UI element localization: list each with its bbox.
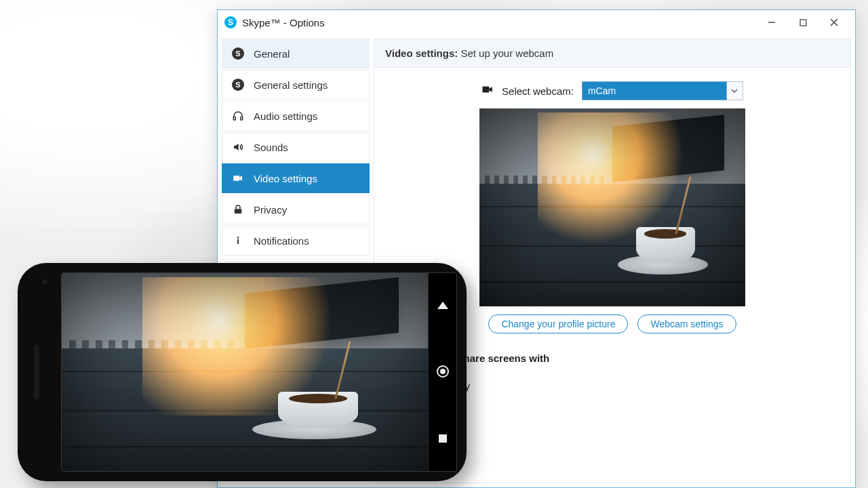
skype-icon: S: [232, 47, 244, 60]
svg-rect-3: [233, 176, 239, 181]
sidebar-group-general[interactable]: S General: [222, 39, 370, 68]
change-profile-picture-button[interactable]: Change your profile picture: [488, 314, 628, 333]
minimize-button[interactable]: [756, 12, 787, 33]
panel-header-rest: Set up your webcam: [458, 47, 553, 59]
phone-shutter-button[interactable]: [437, 365, 449, 378]
select-webcam-label: Select webcam:: [502, 85, 574, 97]
sidebar-item-sounds[interactable]: Sounds: [222, 132, 370, 162]
sidebar-group-label: General: [254, 48, 290, 60]
skype-icon: S: [224, 16, 237, 28]
sidebar-item-label: Video settings: [254, 173, 317, 184]
speaker-icon: [232, 141, 244, 153]
sidebar-item-audio-settings[interactable]: Audio settings: [222, 101, 370, 131]
chevron-down-icon[interactable]: [727, 81, 743, 100]
sidebar-item-label: Notifications: [254, 235, 309, 247]
svg-rect-0: [800, 20, 806, 26]
webcam-select-value: mCam: [582, 81, 727, 100]
sidebar-item-notifications[interactable]: Notifications: [222, 226, 370, 256]
lock-icon: [232, 203, 244, 216]
phone-camera-preview: [62, 273, 428, 471]
window-title: Skype™ - Options: [242, 17, 325, 28]
svg-point-5: [237, 237, 239, 238]
svg-rect-4: [235, 209, 242, 214]
camera-icon: [232, 172, 244, 184]
info-icon: [232, 235, 244, 247]
svg-rect-1: [233, 117, 235, 121]
webcam-settings-button[interactable]: Webcam settings: [637, 314, 736, 333]
sidebar-item-video-settings[interactable]: Video settings: [222, 163, 370, 193]
sidebar-item-privacy[interactable]: Privacy: [222, 195, 370, 224]
camera-icon: [481, 85, 494, 97]
svg-rect-2: [241, 117, 243, 121]
webcam-preview: [479, 108, 745, 306]
svg-rect-6: [237, 239, 239, 245]
panel-header-strong: Video settings:: [385, 47, 458, 59]
sidebar-item-general-settings[interactable]: S General settings: [222, 70, 370, 100]
skype-icon: S: [232, 79, 244, 91]
sidebar-item-label: Privacy: [254, 204, 287, 216]
webcam-select[interactable]: mCam: [582, 81, 743, 100]
phone-camera-controls: [428, 273, 456, 471]
phone-stop-button[interactable]: [439, 434, 447, 443]
sidebar-item-label: Sounds: [254, 142, 288, 153]
maximize-button[interactable]: [787, 12, 818, 33]
headset-icon: [232, 110, 244, 122]
sidebar-item-label: General settings: [254, 79, 328, 91]
phone-up-button[interactable]: [437, 302, 448, 309]
titlebar[interactable]: S Skype™ - Options: [218, 10, 855, 35]
sidebar-item-label: Audio settings: [254, 110, 317, 122]
svg-rect-7: [483, 87, 490, 93]
panel-header: Video settings: Set up your webcam: [374, 39, 850, 68]
phone-mockup: [18, 263, 467, 481]
close-button[interactable]: [818, 12, 850, 33]
